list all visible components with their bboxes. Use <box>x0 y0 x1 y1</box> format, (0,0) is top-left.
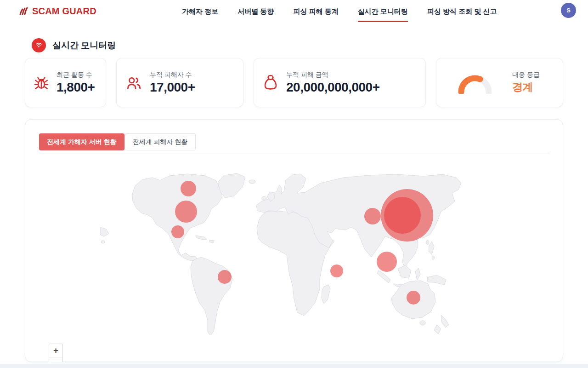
server-bubble-indian-ocean[interactable] <box>330 264 343 277</box>
top-navbar: SCAM GUARD 가해자 정보 서버별 동향 피싱 피해 통계 실시간 모니… <box>0 0 588 25</box>
server-bubble-mexico[interactable] <box>171 225 184 238</box>
map-zoom-control: + − <box>49 344 63 362</box>
server-bubble-central-asia[interactable] <box>364 208 381 224</box>
stat-label: 누적 피해 금액 <box>286 71 379 79</box>
monitoring-badge <box>32 38 46 52</box>
stat-value: 1,800+ <box>57 80 95 95</box>
logo-icon <box>18 6 29 17</box>
money-bag-icon <box>262 74 279 92</box>
stat-cards-row: 최근 활동 수 1,800+ 누적 피해자 수 17,000+ <box>25 58 563 107</box>
server-bubble-east-asia-inner[interactable] <box>384 197 421 234</box>
server-bubble-canada[interactable] <box>181 181 196 196</box>
stat-label: 대응 등급 <box>512 71 540 79</box>
world-monitor-card: 전세계 가해자 서버 현황 전세계 피해자 현황 <box>25 119 563 362</box>
stat-value: 17,000+ <box>150 80 195 95</box>
nav-item-server-trends[interactable]: 서버별 동향 <box>237 0 274 22</box>
server-bubble-southeast-asia[interactable] <box>377 252 397 272</box>
people-icon <box>125 74 142 92</box>
map-canvas <box>100 173 463 335</box>
stat-label: 누적 피해자 수 <box>150 71 195 79</box>
stat-card-response-level: 대응 등급 경계 <box>436 58 563 107</box>
world-map[interactable]: + − <box>25 154 563 362</box>
zoom-out-button[interactable]: − <box>49 357 62 362</box>
nav-item-realtime-monitoring[interactable]: 실시간 모니터링 <box>358 0 408 22</box>
main-nav: 가해자 정보 서버별 동향 피싱 피해 통계 실시간 모니터링 피싱 방식 조회… <box>182 0 497 22</box>
page-footer-strip <box>0 364 588 368</box>
server-bubble-usa[interactable] <box>175 201 197 223</box>
nav-item-phishing-damage-stats[interactable]: 피싱 피해 통계 <box>293 0 338 22</box>
stat-card-recent-activity: 최근 활동 수 1,800+ <box>25 58 106 107</box>
server-bubble-australia[interactable] <box>407 291 420 305</box>
gauge-icon <box>455 72 495 94</box>
nav-item-attacker-info[interactable]: 가해자 정보 <box>182 0 218 22</box>
page-title: 실시간 모니터링 <box>52 40 116 52</box>
logo[interactable]: SCAM GUARD <box>18 6 96 17</box>
nav-item-phishing-method-report[interactable]: 피싱 방식 조회 및 신고 <box>427 0 497 22</box>
wifi-icon <box>34 41 43 50</box>
stat-label: 최근 활동 수 <box>57 71 95 79</box>
tab-global-victims[interactable]: 전세계 피해자 현황 <box>124 133 196 150</box>
tab-global-attacker-servers[interactable]: 전세계 가해자 서버 현황 <box>39 133 124 150</box>
stat-value: 20,000,000,000+ <box>286 80 379 95</box>
server-bubble-brazil[interactable] <box>218 270 232 284</box>
bug-icon <box>34 75 49 91</box>
stat-card-total-damage-amount: 누적 피해 금액 20,000,000,000+ <box>254 58 426 107</box>
stat-value: 경계 <box>512 80 540 94</box>
page-title-row: 실시간 모니터링 <box>25 38 563 52</box>
user-avatar[interactable]: S <box>561 3 576 18</box>
map-tabs: 전세계 가해자 서버 현황 전세계 피해자 현황 <box>39 133 196 150</box>
stat-card-total-victims: 누적 피해자 수 17,000+ <box>116 58 243 107</box>
logo-text: SCAM GUARD <box>32 6 96 17</box>
zoom-in-button[interactable]: + <box>49 344 62 357</box>
